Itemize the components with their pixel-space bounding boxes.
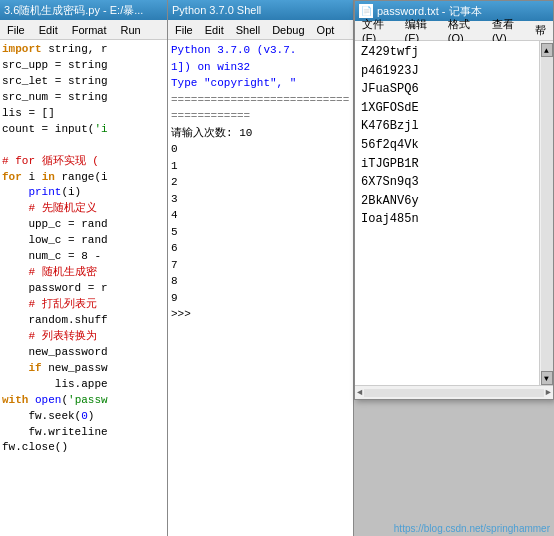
code-line: print(i) [2,185,165,201]
editor-content: import string, r src_upp = string src_le… [0,40,167,536]
editor-title: 3.6随机生成密码.py - E:/暴... [4,3,143,18]
shell-line: =========================== [171,92,350,109]
password-line: 2BkANV6y [361,192,533,211]
shell-line: Type "copyright", " [171,75,350,92]
password-line: 6X7Sn9q3 [361,173,533,192]
code-line: with open('passw [2,393,165,409]
code-line: fw.writeline [2,425,165,441]
horizontal-track [364,389,543,397]
desktop: 3.6随机生成密码.py - E:/暴... File Edit Format … [0,0,554,536]
shell-prompt: >>> [171,306,350,323]
password-line: Z429twfj [361,43,533,62]
shell-line: 3 [171,191,350,208]
scrollbar-down-button[interactable]: ▼ [541,371,553,385]
password-line: 1XGFOSdE [361,99,533,118]
code-line: # 随机生成密 [2,265,165,281]
code-line: src_let = string [2,74,165,90]
code-line: if new_passw [2,361,165,377]
code-line: upp_c = rand [2,217,165,233]
shell-line: 2 [171,174,350,191]
editor-menu-edit[interactable]: Edit [36,23,61,37]
code-line: # 先随机定义 [2,201,165,217]
code-line: # 打乱列表元 [2,297,165,313]
shell-titlebar: Python 3.7.0 Shell [168,0,353,20]
shell-line: 请输入次数: 10 [171,125,350,142]
shell-line: 7 [171,257,350,274]
code-line: low_c = rand [2,233,165,249]
shell-menu-file[interactable]: File [172,23,196,37]
password-line: p461923J [361,62,533,81]
shell-menubar[interactable]: File Edit Shell Debug Opt [168,20,353,40]
scroll-left-icon[interactable]: ◄ [357,388,362,398]
shell-line: 8 [171,273,350,290]
shell-menu-shell[interactable]: Shell [233,23,263,37]
watermark: https://blog.csdn.net/springhammer [394,523,550,534]
shell-menu-options[interactable]: Opt [314,23,338,37]
editor-menu-format[interactable]: Format [69,23,110,37]
code-line: lis.appe [2,377,165,393]
code-line: fw.seek(0) [2,409,165,425]
notepad-scrollbar[interactable]: ▲ ▼ [539,41,553,385]
shell-menu-edit[interactable]: Edit [202,23,227,37]
notepad-content: Z429twfjp461923JJFuaSPQ61XGFOSdEK476Bzjl… [355,41,539,385]
shell-line: 1 [171,158,350,175]
code-line: count = input('i [2,122,165,138]
password-line: JFuaSPQ6 [361,80,533,99]
password-line: 56f2q4Vk [361,136,533,155]
notepad-menubar[interactable]: 文件(F) 编辑(E) 格式(O) 查看(V) 帮 [355,21,553,41]
shell-line: 1]) on win32 [171,59,350,76]
shell-line: 4 [171,207,350,224]
code-line: # 列表转换为 [2,329,165,345]
scrollbar-up-button[interactable]: ▲ [541,43,553,57]
code-line: src_num = string [2,90,165,106]
shell-line: 5 [171,224,350,241]
password-line: Ioaj485n [361,210,533,229]
code-line: random.shuff [2,313,165,329]
editor-menu-file[interactable]: File [4,23,28,37]
shell-title: Python 3.7.0 Shell [172,4,261,16]
scrollbar-track [541,57,553,371]
shell-menu-debug[interactable]: Debug [269,23,307,37]
notepad-menu-help[interactable]: 帮 [532,22,549,39]
notepad-panel: 📄 password.txt - 记事本 文件(F) 编辑(E) 格式(O) 查… [354,0,554,400]
shell-content: Python 3.7.0 (v3.7. 1]) on win32 Type "c… [168,40,353,536]
editor-panel: 3.6随机生成密码.py - E:/暴... File Edit Format … [0,0,168,536]
password-line: iTJGPB1R [361,155,533,174]
scroll-right-icon[interactable]: ► [546,388,551,398]
shell-line: ============ [171,108,350,125]
editor-titlebar: 3.6随机生成密码.py - E:/暴... [0,0,167,20]
code-line: # for 循环实现 ( [2,154,165,170]
code-line: src_upp = string [2,58,165,74]
shell-line: 9 [171,290,350,307]
code-line: fw.close() [2,440,165,456]
code-line: new_password [2,345,165,361]
code-line: for i in range(i [2,170,165,186]
shell-line: 0 [171,141,350,158]
editor-menubar[interactable]: File Edit Format Run [0,20,167,40]
shell-panel: Python 3.7.0 Shell File Edit Shell Debug… [168,0,354,536]
code-line: import string, r [2,42,165,58]
password-line: K476Bzjl [361,117,533,136]
editor-menu-run[interactable]: Run [118,23,144,37]
code-line: password = r [2,281,165,297]
shell-line: 6 [171,240,350,257]
code-line: num_c = 8 - [2,249,165,265]
shell-line: Python 3.7.0 (v3.7. [171,42,350,59]
code-line: lis = [] [2,106,165,122]
code-line [2,138,165,154]
notepad-horizontal-scrollbar[interactable]: ◄ ► [355,385,553,399]
